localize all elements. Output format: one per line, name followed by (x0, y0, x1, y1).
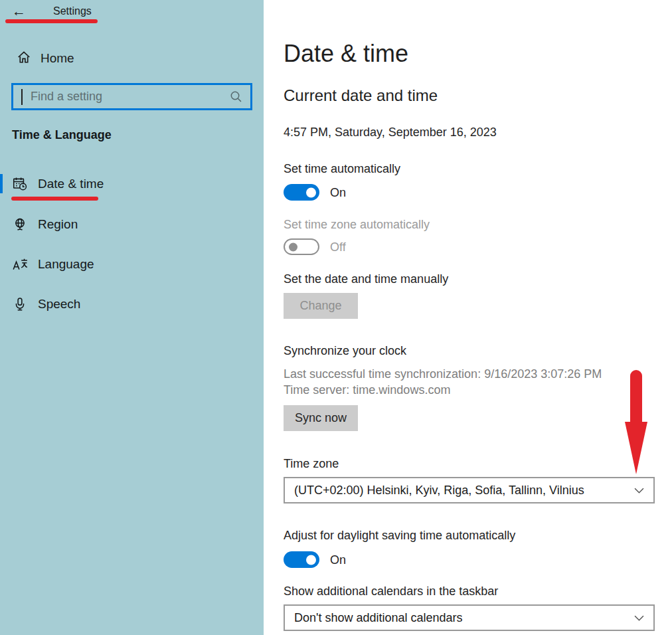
sidebar-item-region[interactable]: Region (0, 211, 264, 238)
set-manually-label: Set the date and time manually (284, 272, 448, 286)
sidebar-item-home[interactable]: Home (17, 48, 74, 69)
back-icon[interactable]: ← (12, 3, 28, 19)
last-sync-text: Last successful time synchronization: 9/… (284, 367, 602, 381)
set-timezone-auto-state: Off (330, 240, 346, 254)
language-icon (11, 257, 29, 272)
microphone-icon (11, 297, 29, 312)
annotation-underline-settings (5, 19, 98, 23)
dst-toggle[interactable] (284, 551, 319, 568)
timezone-value: (UTC+02:00) Helsinki, Kyiv, Riga, Sofia,… (285, 484, 634, 498)
additional-calendars-dropdown[interactable]: Don't show additional calendars (284, 604, 655, 631)
sidebar-item-label: Region (38, 217, 78, 232)
set-time-auto-label: Set time automatically (284, 162, 400, 176)
current-datetime-value: 4:57 PM, Saturday, September 16, 2023 (284, 126, 497, 139)
dst-label: Adjust for daylight saving time automati… (284, 529, 515, 543)
sync-heading: Synchronize your clock (284, 344, 406, 358)
sidebar-item-label: Language (38, 257, 94, 272)
set-timezone-auto-toggle[interactable] (284, 238, 319, 255)
calendar-clock-icon (11, 176, 29, 192)
sidebar-item-language[interactable]: Language (0, 250, 264, 278)
search-icon (230, 90, 242, 103)
timezone-dropdown[interactable]: (UTC+02:00) Helsinki, Kyiv, Riga, Sofia,… (284, 477, 655, 503)
app-title: Settings (53, 5, 92, 17)
set-time-auto-toggle[interactable] (284, 184, 319, 201)
sidebar-item-speech[interactable]: Speech (0, 290, 264, 318)
additional-calendars-value: Don't show additional calendars (285, 611, 634, 625)
globe-icon (11, 217, 29, 232)
toggle-knob (306, 555, 316, 565)
home-icon (17, 50, 31, 67)
sidebar-item-label: Date & time (38, 177, 104, 191)
toggle-knob (306, 187, 316, 197)
sidebar: ← Settings Home Time & Language (0, 0, 264, 635)
additional-calendars-label: Show additional calendars in the taskbar (284, 585, 498, 598)
change-button[interactable]: Change (284, 293, 358, 319)
time-server-text: Time server: time.windows.com (284, 383, 450, 397)
settings-header: ← Settings (12, 3, 92, 19)
sidebar-item-date-time[interactable]: Date & time (0, 170, 264, 198)
search-box[interactable] (11, 83, 252, 110)
dst-state: On (330, 553, 346, 567)
current-datetime-heading: Current date and time (284, 86, 438, 105)
sidebar-item-label: Home (41, 51, 74, 66)
page-title: Date & time (284, 40, 408, 68)
timezone-label: Time zone (284, 457, 339, 471)
annotation-underline-date-time (11, 197, 98, 201)
search-input[interactable] (23, 90, 230, 104)
sidebar-item-label: Speech (38, 297, 80, 312)
annotation-arrow (624, 370, 649, 475)
toggle-knob (289, 242, 297, 251)
chevron-down-icon (634, 488, 644, 494)
chevron-down-icon (634, 615, 644, 621)
set-timezone-auto-label: Set time zone automatically (284, 218, 430, 232)
sidebar-section-title: Time & Language (12, 128, 112, 142)
set-time-auto-state: On (330, 186, 346, 200)
sync-now-button[interactable]: Sync now (284, 405, 358, 431)
